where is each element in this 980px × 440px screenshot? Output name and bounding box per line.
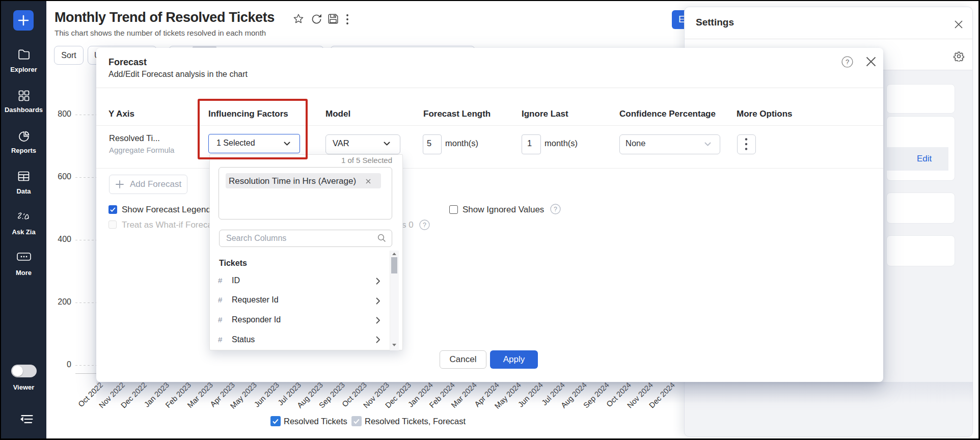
svg-text:?: ? [554, 206, 557, 213]
svg-text:?: ? [846, 58, 849, 66]
svg-text:?: ? [423, 222, 426, 229]
